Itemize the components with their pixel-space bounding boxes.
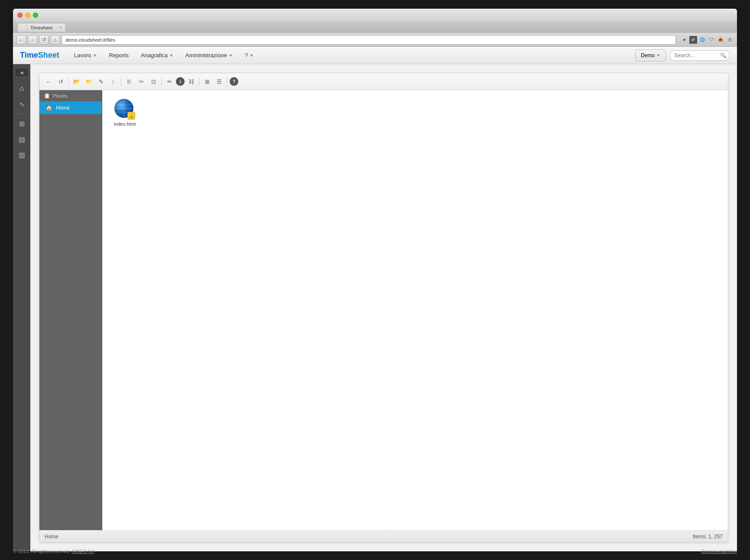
tab-title: Timesheet	[30, 25, 52, 30]
fm-rename-btn[interactable]: ✏	[164, 76, 175, 87]
fm-back-btn[interactable]: ←	[43, 76, 54, 87]
app-logo: TimeSheet	[20, 51, 59, 60]
toolbar-icons: ★ IP 🌐 🛡 📥 ☰	[680, 36, 734, 44]
file-icon-wrapper: 🔒	[114, 99, 135, 120]
demo-arrow: ▼	[656, 53, 660, 58]
logo-sheet: Sheet	[38, 51, 59, 59]
maximize-button[interactable]	[33, 13, 38, 18]
nav-lavoro[interactable]: Lavoro ▼	[68, 47, 103, 64]
file-manager: ← ↺ 📂 📁 ✎ ↑ ⎘ ✂ ⊡ ✏ i ⛓ ⊞ ☰ ?	[39, 73, 728, 543]
sidebar-icon-report[interactable]: ▥	[15, 148, 29, 162]
status-items: Items: 1, 257	[693, 534, 723, 540]
back-button[interactable]: ←	[16, 35, 26, 45]
fm-link-btn[interactable]: ⛓	[185, 76, 197, 87]
fm-toolbar: ← ↺ 📂 📁 ✎ ↑ ⎘ ✂ ⊡ ✏ i ⛓ ⊞ ☰ ?	[39, 73, 728, 90]
url-text: demo.cloudsheet.it/files	[65, 37, 115, 42]
browser-titlebar	[13, 9, 737, 22]
ip-badge: IP	[689, 36, 697, 44]
nav-amministrazione[interactable]: Amministrazione ▼	[179, 47, 239, 64]
fm-sep3	[161, 77, 162, 86]
fm-list-view-btn[interactable]: ☰	[214, 76, 225, 87]
fm-sep5	[227, 77, 227, 86]
footer-company-link[interactable]: IMSEO Srl	[71, 549, 94, 554]
close-button[interactable]	[17, 13, 23, 18]
status-path: Home	[45, 534, 58, 540]
footer-copyright: © 2013. All rights reserved. IMSEO Srl	[13, 549, 94, 554]
nav-reports[interactable]: Reports	[103, 47, 135, 64]
places-header-icon: 📋	[44, 93, 50, 99]
amministrazione-arrow: ▼	[229, 53, 233, 58]
forward-button[interactable]: →	[28, 35, 37, 45]
menu-icon[interactable]: ☰	[726, 36, 734, 44]
fm-sep4	[199, 77, 199, 86]
file-item-index[interactable]: 🔒 index.html	[109, 97, 140, 523]
search-icon: 🔍	[720, 52, 727, 59]
fm-folder-btn[interactable]: 📂	[71, 76, 82, 87]
fm-paste-btn[interactable]: ⊡	[148, 76, 159, 87]
nav-right: Demo ▼ 🔍	[635, 49, 730, 62]
home-button[interactable]: ⌂	[50, 35, 60, 45]
nav-menu: Lavoro ▼ Reports Anagrafica ▼ Amministra…	[68, 47, 635, 64]
fm-info-btn[interactable]: i	[176, 77, 185, 86]
places-home-item[interactable]: 🏠 Home	[39, 101, 102, 114]
fm-sep1	[68, 77, 69, 86]
anagrafica-arrow: ▼	[169, 53, 173, 58]
sidebar-icon-grid[interactable]: ⊞	[15, 117, 29, 130]
fm-grid-view-btn[interactable]: ⊞	[201, 76, 213, 87]
files-area: 🔒 index.html	[102, 90, 728, 530]
sidebar-divider	[16, 114, 27, 114]
places-header: 📋 Places	[39, 90, 102, 101]
browser-tab[interactable]: ⬜ Timesheet ×	[17, 23, 66, 32]
fm-newfolder-btn[interactable]: 📁	[83, 76, 94, 87]
fm-body: 📋 Places 🏠 Home	[39, 90, 728, 530]
reload-button[interactable]: ↺	[39, 35, 49, 45]
footer-docs-link[interactable]: Documentazione	[701, 549, 737, 554]
globe-tropic1	[114, 104, 133, 105]
sidebar-icon-table[interactable]: ▤	[15, 132, 29, 146]
fm-cut-btn[interactable]: ✂	[136, 76, 147, 87]
nav-help[interactable]: ? ▼	[239, 47, 260, 64]
sidebar-top-button[interactable]: ◀	[15, 68, 29, 77]
tab-favicon: ⬜	[22, 25, 28, 30]
fm-copy-btn[interactable]: ⎘	[123, 76, 135, 87]
extension-icon3[interactable]: 📥	[717, 36, 724, 44]
globe-equator	[114, 108, 133, 109]
places-panel: 📋 Places 🏠 Home	[39, 90, 102, 530]
globe-meridian	[124, 99, 124, 118]
app-footer: © 2013. All rights reserved. IMSEO Srl D…	[13, 547, 737, 556]
file-name: index.html	[114, 121, 136, 127]
logo-time: Time	[20, 51, 38, 59]
lavoro-arrow: ▼	[93, 53, 97, 58]
fm-upload-btn[interactable]: ↑	[107, 76, 119, 87]
tab-bar: ⬜ Timesheet ×	[13, 22, 737, 33]
demo-menu[interactable]: Demo ▼	[635, 49, 666, 62]
minimize-button[interactable]	[25, 13, 30, 18]
extension-icon2[interactable]: 🛡	[708, 36, 715, 44]
url-bar[interactable]: demo.cloudsheet.it/files	[62, 35, 676, 45]
sidebar-icon-activity[interactable]: ∿	[15, 97, 29, 111]
nav-anagrafica[interactable]: Anagrafica ▼	[135, 47, 179, 64]
app-navbar: TimeSheet Lavoro ▼ Reports Anagrafica ▼ …	[13, 47, 737, 64]
bookmark-icon[interactable]: ★	[680, 36, 688, 44]
main-layout: ◀ ⌂ ∿ ⊞ ▤ ▥ ← ↺ 📂 📁 ✎ ↑ ⎘ ✂ ⊡	[13, 64, 737, 551]
search-wrapper: 🔍	[669, 50, 730, 61]
extension-icon1[interactable]: 🌐	[698, 36, 706, 44]
left-sidebar: ◀ ⌂ ∿ ⊞ ▤ ▥	[13, 64, 30, 551]
fm-sep2	[121, 77, 121, 86]
fm-statusbar: Home Items: 1, 257	[39, 530, 728, 542]
fm-reload-btn[interactable]: ↺	[55, 76, 66, 87]
tab-close-icon[interactable]: ×	[59, 25, 62, 30]
fm-help-btn[interactable]: ?	[230, 77, 238, 86]
places-label: Places	[53, 93, 67, 98]
places-home-label: Home	[56, 105, 70, 111]
files-grid: 🔒 index.html	[109, 97, 721, 523]
help-arrow: ▼	[250, 53, 253, 58]
browser-toolbar: ← → ↺ ⌂ demo.cloudsheet.it/files ★ IP 🌐 …	[13, 33, 737, 47]
sidebar-icon-home[interactable]: ⌂	[15, 81, 29, 95]
app-content: TimeSheet Lavoro ▼ Reports Anagrafica ▼ …	[13, 47, 737, 551]
fm-edit-btn[interactable]: ✎	[95, 76, 107, 87]
file-lock-icon: 🔒	[127, 112, 135, 120]
places-home-icon: 🏠	[45, 104, 52, 111]
